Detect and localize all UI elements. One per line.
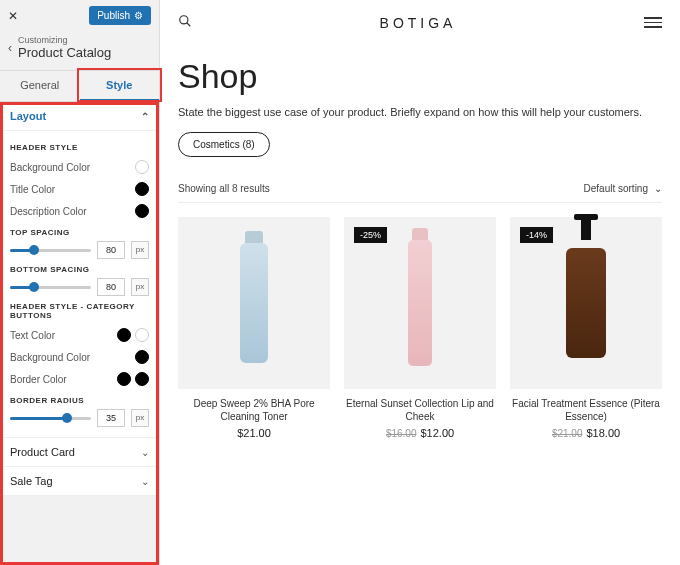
product-price: $21.00$18.00 (552, 427, 620, 439)
section-heading: Customizing Product Catalog (18, 35, 111, 60)
category-pill[interactable]: Cosmetics (8) (178, 132, 270, 157)
sale-tag: -25% (354, 227, 387, 243)
sort-label: Default sorting (584, 183, 648, 194)
gear-icon[interactable]: ⚙ (134, 10, 143, 21)
header-style-heading: HEADER STYLE (10, 143, 149, 152)
search-icon[interactable] (178, 14, 192, 31)
page-description: State the biggest use case of your produ… (178, 106, 662, 118)
product-image: -25% (344, 217, 496, 389)
border-color-label: Border Color (10, 374, 67, 385)
bottom-spacing-value[interactable]: 80 (97, 278, 125, 296)
desc-color-label: Description Color (10, 206, 87, 217)
tab-general[interactable]: General (0, 71, 80, 101)
bg-color-swatch[interactable] (135, 160, 149, 174)
preview-pane: BOTIGA Shop State the biggest use case o… (160, 0, 680, 565)
accordion-product-card[interactable]: Product Card ⌄ (0, 438, 159, 467)
text-color-swatch-2[interactable] (135, 328, 149, 342)
cat-buttons-heading: HEADER STYLE - CATEGORY BUTTONS (10, 302, 149, 320)
text-color-swatch-1[interactable] (117, 328, 131, 342)
page-title: Shop (178, 57, 662, 96)
product-name: Deep Sweep 2% BHA Pore Cleaning Toner (178, 397, 330, 423)
text-color-label: Text Color (10, 330, 55, 341)
border-radius-unit[interactable]: px (131, 409, 149, 427)
hamburger-icon[interactable] (644, 17, 662, 28)
bottom-spacing-heading: BOTTOM SPACING (10, 265, 149, 274)
product-price: $16.00$12.00 (386, 427, 454, 439)
bottom-spacing-slider[interactable] (10, 286, 91, 289)
accordion-sale-tag[interactable]: Sale Tag ⌄ (0, 467, 159, 496)
close-icon[interactable]: ✕ (8, 9, 18, 23)
chevron-down-icon: ⌄ (141, 447, 149, 458)
svg-point-0 (180, 16, 188, 24)
desc-color-swatch[interactable] (135, 204, 149, 218)
product-grid: Deep Sweep 2% BHA Pore Cleaning Toner $2… (178, 217, 662, 439)
product-card[interactable]: -25% Eternal Sunset Collection Lip and C… (344, 217, 496, 439)
product-image: -14% (510, 217, 662, 389)
chevron-up-icon: ⌃ (141, 111, 149, 122)
tab-style[interactable]: Style (80, 71, 160, 101)
border-radius-heading: BORDER RADIUS (10, 396, 149, 405)
product-price: $21.00 (237, 427, 271, 439)
site-logo[interactable]: BOTIGA (380, 15, 457, 31)
btn-bg-swatch[interactable] (135, 350, 149, 364)
product-card[interactable]: -14% Facial Treatment Essence (Pitera Es… (510, 217, 662, 439)
bg-color-label: Background Color (10, 162, 90, 173)
bottom-spacing-unit[interactable]: px (131, 278, 149, 296)
border-swatch-2[interactable] (135, 372, 149, 386)
customizer-body: Layout ⌃ HEADER STYLE Background Color T… (0, 102, 159, 565)
title-color-swatch[interactable] (135, 182, 149, 196)
top-spacing-unit[interactable]: px (131, 241, 149, 259)
customizing-label: Customizing (18, 35, 111, 45)
accordion-layout[interactable]: Layout ⌃ (0, 102, 159, 131)
back-icon[interactable]: ‹ (8, 41, 12, 55)
product-card[interactable]: Deep Sweep 2% BHA Pore Cleaning Toner $2… (178, 217, 330, 439)
top-spacing-heading: TOP SPACING (10, 228, 149, 237)
border-radius-slider[interactable] (10, 417, 91, 420)
product-card-label: Product Card (10, 446, 75, 458)
publish-label: Publish (97, 10, 130, 21)
bg-color-label-2: Background Color (10, 352, 90, 363)
sort-dropdown[interactable]: Default sorting ⌄ (584, 183, 662, 194)
customizer-sidebar: ✕ Publish ⚙ ‹ Customizing Product Catalo… (0, 0, 160, 565)
publish-button[interactable]: Publish ⚙ (89, 6, 151, 25)
border-radius-value[interactable]: 35 (97, 409, 125, 427)
chevron-down-icon: ⌄ (654, 183, 662, 194)
sale-tag-label: Sale Tag (10, 475, 53, 487)
section-title: Product Catalog (18, 45, 111, 60)
accordion-layout-label: Layout (10, 110, 46, 122)
top-spacing-value[interactable]: 80 (97, 241, 125, 259)
product-name: Eternal Sunset Collection Lip and Cheek (344, 397, 496, 423)
product-image (178, 217, 330, 389)
chevron-down-icon: ⌄ (141, 476, 149, 487)
title-color-label: Title Color (10, 184, 55, 195)
result-count: Showing all 8 results (178, 183, 270, 194)
customizer-tabs: General Style (0, 71, 159, 102)
panel-header-style: HEADER STYLE Background Color Title Colo… (0, 131, 159, 438)
top-spacing-slider[interactable] (10, 249, 91, 252)
svg-line-1 (187, 23, 191, 27)
sale-tag: -14% (520, 227, 553, 243)
border-swatch-1[interactable] (117, 372, 131, 386)
product-name: Facial Treatment Essence (Pitera Essence… (510, 397, 662, 423)
